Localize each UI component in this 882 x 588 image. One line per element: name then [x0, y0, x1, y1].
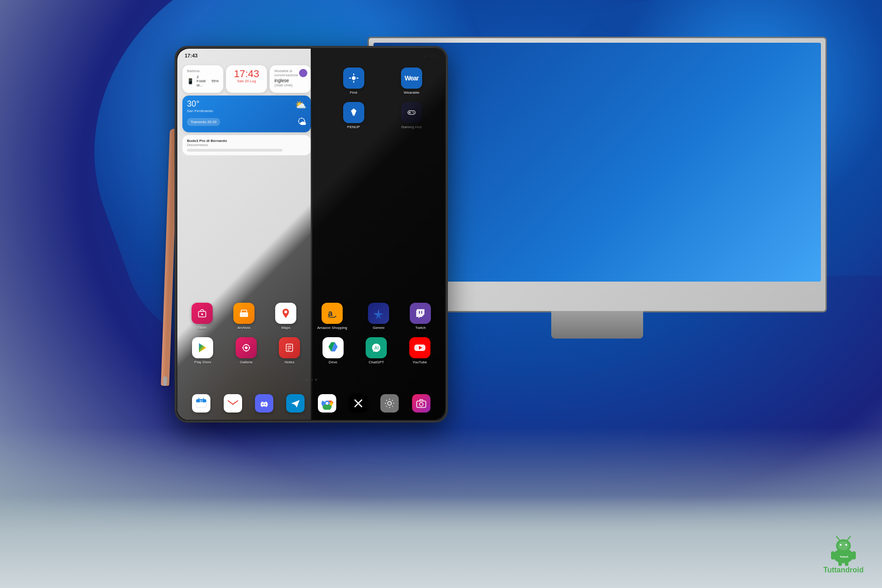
battery-info: 📱 Z Fold6 di... 55% [187, 75, 219, 87]
notes-icon-img [279, 337, 300, 358]
svg-rect-12 [419, 311, 420, 314]
dock-chrome[interactable] [318, 394, 336, 413]
svg-rect-48 [852, 551, 856, 560]
buds-title: Buds3 Pro di Bernardo [187, 139, 306, 143]
amazon-icon-img: a [322, 303, 343, 324]
clock-widget: 17:43 Sab 20 Lug [226, 65, 267, 93]
dock-calendar[interactable]: 31 [192, 394, 210, 413]
svg-point-33 [265, 404, 266, 405]
svg-rect-50 [845, 561, 848, 566]
penup-icon-img [343, 102, 364, 123]
wearable-label: Wearable [404, 90, 419, 95]
svg-point-16 [245, 344, 247, 345]
dock-x[interactable] [349, 394, 368, 413]
battery-widget: Batteria 📱 Z Fold6 di... 55% [182, 65, 223, 93]
svg-line-45 [837, 537, 839, 540]
playstore-label: Play Store [194, 360, 211, 364]
weather-city: San Ferdinando [187, 109, 213, 113]
dock-discord[interactable] [255, 394, 273, 413]
svg-rect-31 [228, 400, 238, 407]
status-time: 17:43 [185, 53, 198, 58]
gaming-hub-label: Gaming Hub [401, 125, 422, 129]
chrome-icon-img [318, 394, 336, 413]
clock-date: Sab 20 Lug [231, 79, 262, 83]
app-youtube[interactable]: YouTube [409, 337, 430, 364]
app-twitch[interactable]: Twitch [410, 303, 431, 330]
notes-label: Notes [285, 360, 294, 364]
archivio-label: Archivio [237, 326, 250, 330]
wifi-icon: ▲ [422, 53, 427, 58]
amazon-label: Amazon Shopping [317, 326, 347, 330]
gemini-label: Gemini [373, 326, 384, 330]
app-find[interactable]: Find [326, 68, 380, 95]
app-archivio[interactable]: Archivio [233, 303, 254, 330]
widgets-area: Batteria 📱 Z Fold6 di... 55% 17:43 Sab 2… [180, 62, 314, 161]
battery-title: Batteria [187, 69, 219, 73]
tuttandroid-branding: TuttoA Tuttandroid [823, 534, 864, 574]
gaming-icon-img [401, 102, 422, 123]
top-right-apps: Find Wear Wearable PENUP [323, 65, 441, 132]
page-dot-3 [315, 379, 317, 381]
svg-text:TuttoA: TuttoA [840, 555, 849, 558]
app-amazon[interactable]: a Amazon Shopping [317, 303, 347, 330]
svg-point-35 [326, 402, 328, 405]
status-icons: ▲ 55% [422, 53, 438, 58]
svg-point-4 [413, 112, 413, 113]
desk-surface [0, 496, 882, 588]
dock-gmail[interactable] [224, 394, 242, 413]
galleria-icon-img [236, 337, 257, 358]
app-drive[interactable]: Drive [322, 337, 344, 364]
battery-percent: 55% [211, 79, 219, 83]
clock-time: 17:43 [231, 69, 262, 79]
conv-language: inglese [274, 78, 306, 83]
svg-point-51 [838, 541, 849, 550]
svg-rect-47 [831, 551, 835, 560]
x-icon-img [349, 394, 368, 413]
app-penup[interactable]: PENUP [326, 102, 380, 129]
weather-clouds: 🌤 [297, 117, 306, 127]
app-gaming-hub[interactable]: Gaming Hub [384, 102, 439, 129]
svg-point-10 [284, 311, 287, 313]
wear-icon-img: Wear [401, 68, 422, 89]
app-chatgpt[interactable]: AI ChatGPT [366, 337, 387, 364]
calendar-icon-img: 31 [192, 394, 210, 413]
status-bar: 17:43 ▲ 55% [177, 49, 445, 62]
dock-settings[interactable] [380, 394, 399, 413]
svg-point-32 [262, 404, 264, 405]
app-wearable[interactable]: Wear Wearable [384, 68, 439, 95]
drive-label: Drive [328, 360, 337, 364]
svg-rect-39 [417, 401, 426, 407]
youtube-icon-img [409, 337, 430, 358]
maps-icon-img [275, 303, 296, 324]
store-icon-img [192, 303, 213, 324]
dock-telegram[interactable] [286, 394, 305, 413]
find-label: Find [350, 90, 357, 95]
conv-sublabel: (Stati Uniti) [274, 83, 306, 87]
svg-point-7 [201, 313, 203, 315]
app-store[interactable]: Store [192, 303, 213, 330]
svg-rect-49 [838, 561, 842, 566]
svg-point-38 [388, 401, 391, 405]
drive-icon-img [322, 337, 344, 358]
svg-point-5 [413, 113, 414, 113]
conversation-button[interactable] [299, 69, 307, 77]
app-notes[interactable]: Notes [279, 337, 300, 364]
widget-row-1: Batteria 📱 Z Fold6 di... 55% 17:43 Sab 2… [182, 65, 311, 93]
weather-icon: ⛅ [295, 99, 306, 110]
svg-point-0 [352, 76, 356, 80]
twitch-icon-img [410, 303, 431, 324]
svg-point-17 [245, 351, 247, 352]
app-maps[interactable]: Maps [275, 303, 296, 330]
svg-point-40 [419, 402, 423, 406]
maps-label: Maps [281, 326, 290, 330]
galleria-label: Galleria [240, 360, 253, 364]
buds-progress-bar [187, 149, 283, 152]
store-label: Store [198, 326, 206, 330]
app-galleria[interactable]: Galleria [236, 337, 257, 364]
chatgpt-label: ChatGPT [369, 360, 384, 364]
app-gemini[interactable]: Gemini [368, 303, 389, 330]
svg-point-15 [245, 346, 248, 349]
svg-text:31: 31 [199, 400, 203, 403]
app-playstore[interactable]: Play Store [192, 337, 213, 364]
dock-camera[interactable] [412, 394, 430, 413]
